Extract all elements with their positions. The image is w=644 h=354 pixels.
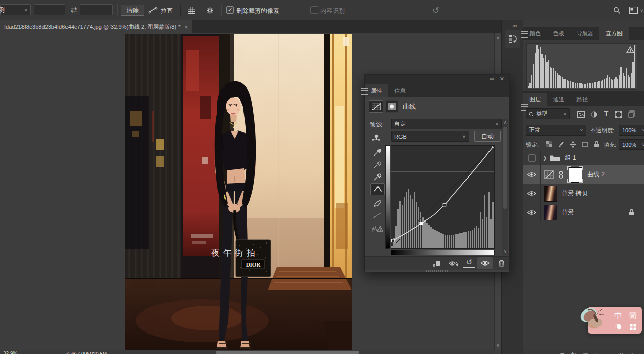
mask-link-icon[interactable]: [559, 171, 563, 179]
collapse-icon[interactable]: ««: [490, 76, 493, 82]
filter-pixel-layers-icon[interactable]: [575, 109, 586, 119]
lock-all-icon[interactable]: [592, 139, 601, 148]
clear-button[interactable]: 清除: [121, 5, 144, 16]
lock-artboard-icon[interactable]: [580, 140, 589, 149]
channel-dropdown[interactable]: RGB ∨: [391, 131, 469, 142]
filter-shape-layers-icon[interactable]: [613, 109, 624, 119]
ime-moon-icon[interactable]: [615, 324, 621, 330]
blend-mode-dropdown[interactable]: 正常 ∨: [526, 125, 586, 136]
swap-dimensions-icon[interactable]: ⇄: [68, 4, 79, 15]
properties-menu-icon[interactable]: [361, 88, 368, 95]
tone-curve-line[interactable]: [393, 146, 494, 241]
chevron-down-icon[interactable]: ∨: [640, 8, 643, 13]
filter-smart-objects-icon[interactable]: [626, 109, 636, 119]
panel-title-bar[interactable]: «« ✕: [365, 75, 509, 84]
edit-points-curve-tool-icon[interactable]: [370, 183, 385, 195]
scroll-thumb[interactable]: [503, 127, 507, 209]
crop-width-input[interactable]: [34, 4, 65, 15]
crop-ratio-dropdown[interactable]: 例 ∨: [0, 4, 31, 15]
tab-properties[interactable]: 属性: [365, 84, 388, 97]
layer-name[interactable]: 背景: [562, 208, 574, 217]
new-group-icon[interactable]: ▭: [606, 351, 611, 354]
layer-style-fx-icon[interactable]: fx: [571, 351, 576, 354]
scroll-up-arrow[interactable]: ∧: [495, 35, 501, 40]
panel-resize-gripper[interactable]: [426, 270, 449, 272]
add-mask-icon[interactable]: ▣: [583, 351, 588, 354]
reset-adjustment-icon[interactable]: ↺: [463, 257, 475, 268]
visibility-toggle[interactable]: [523, 165, 541, 184]
view-previous-state-icon[interactable]: [447, 258, 460, 269]
tab-info[interactable]: 信息: [388, 84, 412, 97]
straighten-label[interactable]: 拉直: [161, 7, 173, 15]
visibility-toggle[interactable]: [523, 184, 541, 203]
lock-pixels-brush-icon[interactable]: [557, 140, 566, 149]
draw-curve-pencil-icon[interactable]: [371, 197, 384, 209]
visibility-toggle[interactable]: [523, 203, 541, 222]
curve-point[interactable]: [492, 146, 494, 148]
history-panel-icon-button[interactable]: [505, 30, 520, 48]
tab-histogram[interactable]: 直方图: [599, 27, 629, 40]
ime-grid-icon[interactable]: [630, 324, 636, 330]
reset-tool-icon[interactable]: ↺: [430, 4, 442, 16]
toggle-visibility-icon[interactable]: [477, 257, 493, 269]
link-layers-icon[interactable]: ⧉: [560, 351, 564, 354]
ime-simplified[interactable]: 简: [629, 311, 637, 321]
tab-swatches[interactable]: 色板: [547, 27, 570, 40]
scroll-up-arrow[interactable]: ∧: [502, 120, 508, 125]
search-icon[interactable]: [611, 5, 623, 16]
layer-name[interactable]: 曲线 2: [587, 170, 605, 179]
ime-toolbar-widget[interactable]: 中 简: [588, 307, 642, 334]
layer-name[interactable]: 组 1: [565, 153, 576, 162]
status-zoom-level[interactable]: 32.9%: [3, 351, 17, 354]
layer-thumbnail[interactable]: [544, 186, 557, 202]
panel-menu-icon[interactable]: [521, 31, 528, 38]
layer-row-background[interactable]: 背景: [523, 203, 644, 222]
layer-mask-thumbnail[interactable]: [567, 166, 583, 183]
gray-point-eyedropper-icon[interactable]: [371, 159, 384, 170]
auto-button[interactable]: 自动: [474, 131, 501, 142]
tab-paths[interactable]: 路径: [570, 93, 594, 106]
visibility-toggle[interactable]: [523, 151, 541, 165]
opacity-value-dropdown[interactable]: 100% ∨: [619, 125, 644, 136]
targeted-adjustment-tool-icon[interactable]: [370, 132, 382, 142]
workspace-switcher-icon[interactable]: [627, 5, 639, 16]
ime-lang-chinese[interactable]: 中: [614, 311, 623, 321]
layer-name[interactable]: 背景 拷贝: [562, 189, 588, 198]
scroll-down-arrow[interactable]: ∨: [495, 343, 501, 348]
layer-thumbnail[interactable]: [544, 205, 557, 220]
straighten-icon[interactable]: [147, 5, 159, 16]
filter-adjustment-layers-icon[interactable]: [589, 109, 599, 119]
white-point-eyedropper-icon[interactable]: [371, 171, 384, 182]
tab-navigator[interactable]: 导航器: [570, 27, 599, 40]
delete-cropped-checkbox[interactable]: ✓: [226, 6, 234, 14]
layer-filter-kind-dropdown[interactable]: 类型 ∨: [526, 108, 570, 119]
new-adjustment-icon[interactable]: ◐: [595, 351, 599, 354]
crop-overlay-grid-icon[interactable]: [185, 5, 197, 16]
delete-layer-icon[interactable]: ▯: [630, 351, 633, 354]
new-layer-icon[interactable]: ⊞: [618, 351, 623, 354]
clip-to-layer-icon[interactable]: [430, 258, 443, 269]
tab-channels[interactable]: 通道: [547, 93, 570, 106]
scroll-down-arrow[interactable]: ∨: [502, 249, 508, 254]
close-icon[interactable]: ✕: [500, 76, 504, 82]
crop-settings-gear-icon[interactable]: [204, 5, 216, 16]
filter-type-layers-icon[interactable]: T: [602, 108, 611, 119]
canvas-horizontal-scrollbar[interactable]: [216, 351, 359, 354]
expand-chevron-icon[interactable]: ❯: [543, 155, 547, 161]
lock-position-move-icon[interactable]: [568, 140, 578, 149]
layer-row-background-copy[interactable]: 背景 拷贝: [523, 184, 644, 203]
preset-dropdown[interactable]: 自定 ∨: [391, 119, 502, 129]
histogram-warning-icon[interactable]: [626, 46, 634, 53]
properties-scrollbar[interactable]: ∧ ∨: [502, 119, 508, 255]
curve-point-selected[interactable]: [420, 222, 423, 225]
layer-row-group[interactable]: ❯ 组 1: [523, 151, 644, 165]
curve-graph[interactable]: [391, 145, 495, 249]
mask-badge-icon[interactable]: [385, 100, 398, 113]
fill-value-dropdown[interactable]: 100% ∨: [619, 139, 644, 150]
lock-transparency-icon[interactable]: [545, 140, 554, 149]
curve-point[interactable]: [392, 239, 395, 242]
collapse-panels-icon[interactable]: ««: [512, 23, 516, 29]
delete-adjustment-trash-icon[interactable]: [496, 258, 507, 269]
crop-height-input[interactable]: [80, 4, 113, 15]
document-tab[interactable]: fdad218f8e3b8d23b4fd6c44c71774.jpg @ 32.…: [0, 20, 192, 33]
